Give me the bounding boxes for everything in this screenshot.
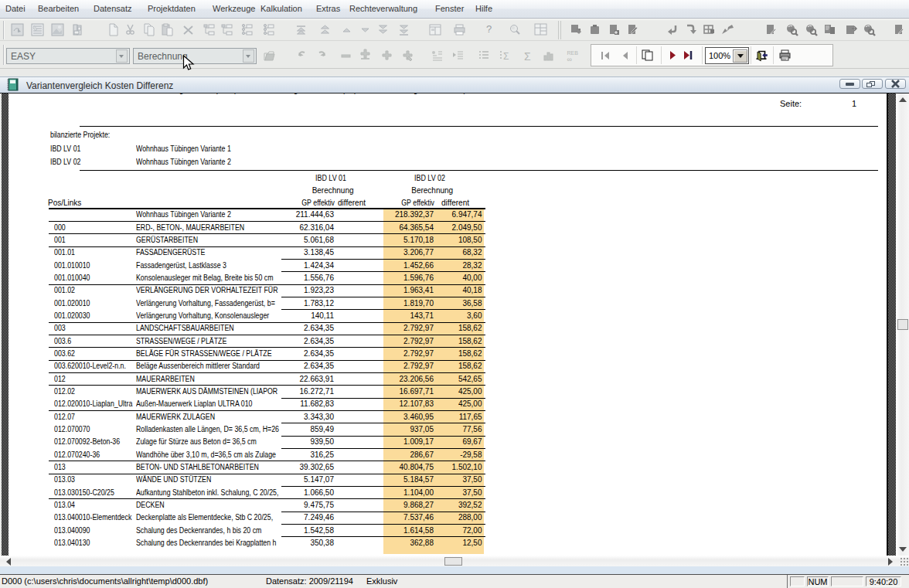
svg-text:Σ: Σ [524, 50, 531, 63]
svg-text:?: ? [486, 23, 492, 35]
svg-text:REB: REB [567, 50, 579, 56]
svg-text:∞: ∞ [567, 56, 572, 63]
svg-text:Σ: Σ [503, 51, 509, 62]
